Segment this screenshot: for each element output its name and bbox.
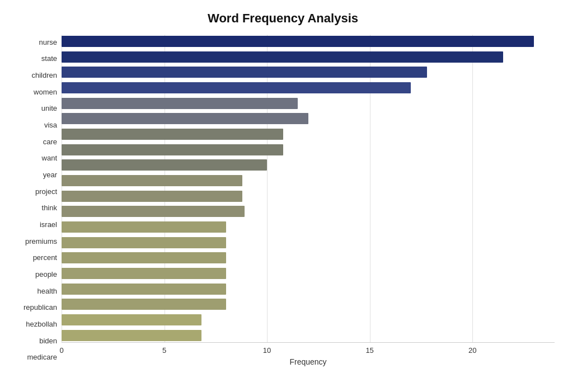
y-axis: nursestatechildrenwomenunitevisacarewant… xyxy=(11,35,62,365)
bar-percent xyxy=(62,237,226,248)
bar-row-women xyxy=(62,81,555,95)
x-tick-20: 20 xyxy=(468,346,476,355)
y-label-project: project xyxy=(35,184,57,199)
y-label-nurse: nurse xyxy=(39,35,57,49)
bar-row-premiums xyxy=(62,220,555,234)
bar-nurse xyxy=(62,36,534,47)
bar-project xyxy=(62,175,242,186)
bar-row-people xyxy=(62,251,555,265)
y-label-want: want xyxy=(42,151,57,166)
bar-row-project xyxy=(62,174,555,187)
bar-health xyxy=(62,268,226,279)
bar-row-hezbollah xyxy=(62,297,555,311)
bar-row-nurse xyxy=(62,35,555,48)
y-label-percent: percent xyxy=(33,251,57,265)
y-label-state: state xyxy=(41,51,57,66)
bar-row-unite xyxy=(62,97,555,110)
bar-premiums xyxy=(62,221,226,233)
y-label-health: health xyxy=(37,284,57,298)
bar-think xyxy=(62,191,242,202)
bar-hezbollah xyxy=(62,299,226,310)
x-tick-10: 10 xyxy=(263,346,271,355)
bar-row-year xyxy=(62,158,555,172)
bar-children xyxy=(62,67,427,78)
chart-title: Word Frequency Analysis xyxy=(11,11,555,26)
x-tick-15: 15 xyxy=(365,346,373,355)
bar-medicare xyxy=(62,330,201,341)
y-label-unite: unite xyxy=(41,101,57,116)
chart-area: nursestatechildrenwomenunitevisacarewant… xyxy=(11,35,555,365)
chart-container: Word Frequency Analysis nursestatechildr… xyxy=(0,0,577,392)
y-label-hezbollah: hezbollah xyxy=(26,317,57,331)
bar-year xyxy=(62,159,267,171)
bar-row-israel xyxy=(62,205,555,218)
bar-row-health xyxy=(62,267,555,280)
y-label-medicare: medicare xyxy=(27,350,57,365)
y-label-think: think xyxy=(42,201,57,215)
y-label-people: people xyxy=(35,267,57,281)
bar-state xyxy=(62,51,503,63)
bar-biden xyxy=(62,314,201,325)
x-tick-5: 5 xyxy=(162,346,166,355)
bar-republican xyxy=(62,284,226,295)
y-label-israel: israel xyxy=(40,217,57,232)
bar-row-state xyxy=(62,50,555,64)
bar-people xyxy=(62,252,226,263)
y-label-republican: republican xyxy=(24,300,57,315)
y-label-visa: visa xyxy=(44,117,57,132)
bar-israel xyxy=(62,206,245,217)
bar-women xyxy=(62,82,411,93)
y-label-biden: biden xyxy=(39,333,57,348)
bar-care xyxy=(62,129,283,140)
bar-row-visa xyxy=(62,112,555,125)
bar-want xyxy=(62,144,283,155)
bars-container xyxy=(62,35,555,342)
bar-row-percent xyxy=(62,236,555,249)
y-label-year: year xyxy=(43,167,57,182)
x-axis-labels: 05101520 xyxy=(62,344,555,355)
y-label-premiums: premiums xyxy=(25,234,57,248)
y-label-women: women xyxy=(34,84,57,99)
bar-visa xyxy=(62,113,308,124)
bar-row-biden xyxy=(62,313,555,327)
bar-row-children xyxy=(62,65,555,79)
y-label-children: children xyxy=(31,68,57,82)
x-tick-0: 0 xyxy=(59,346,63,355)
x-axis-line xyxy=(62,342,555,343)
y-label-care: care xyxy=(43,134,57,149)
bar-unite xyxy=(62,98,298,109)
bar-row-think xyxy=(62,190,555,203)
bar-row-care xyxy=(62,127,555,141)
bar-row-want xyxy=(62,143,555,157)
bar-row-republican xyxy=(62,282,555,296)
x-axis-area: 05101520 Frequency xyxy=(62,342,555,365)
bar-row-medicare xyxy=(62,329,555,342)
x-axis-title: Frequency xyxy=(62,357,555,366)
